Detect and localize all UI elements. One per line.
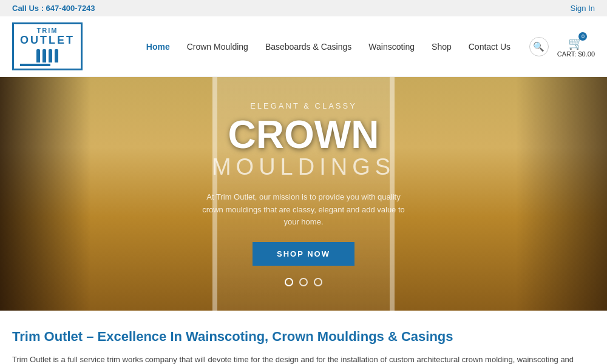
- top-bar: Call Us : 647-400-7243 Sign In: [0, 0, 607, 16]
- pillar-base: [20, 64, 50, 66]
- header-right: 🔍 🛒 0 CART: $0.00: [529, 36, 595, 58]
- cart-area[interactable]: 🛒 0 CART: $0.00: [557, 36, 595, 58]
- pillar-3: [49, 49, 52, 62]
- cart-label: CART: $0.00: [557, 50, 595, 58]
- nav-home[interactable]: Home: [146, 42, 170, 52]
- shop-now-button[interactable]: SHOP NOW: [253, 242, 354, 266]
- pillar-1: [36, 49, 40, 62]
- hero-title-crown: CROWN: [228, 115, 379, 154]
- search-icon: 🔍: [533, 41, 544, 52]
- logo-outlet-text: OUTLET: [20, 34, 75, 47]
- nav-shop[interactable]: Shop: [432, 42, 452, 52]
- content-heading: Trim Outlet – Excellence In Wainscoting,…: [12, 329, 595, 345]
- logo-trim-text: TRIM: [20, 27, 75, 34]
- pillar-2: [42, 49, 46, 62]
- main-nav: Home Crown Moulding Baseboards & Casings…: [127, 42, 529, 52]
- nav-wainscoting[interactable]: Wainscoting: [368, 42, 415, 52]
- hero-banner: ELEGANT & CLASSY CROWN MOULDINGS At Trim…: [0, 77, 607, 311]
- cart-badge: 0: [578, 32, 587, 41]
- content-body: Trim Outlet is a full service trim works…: [12, 353, 595, 364]
- hero-subtitle: ELEGANT & CLASSY: [250, 101, 357, 110]
- hero-description: At Trim Outlet, our mission is to provid…: [200, 191, 407, 229]
- content-section: Trim Outlet – Excellence In Wainscoting,…: [0, 311, 607, 364]
- nav-contact[interactable]: Contact Us: [469, 42, 510, 52]
- nav-crown-moulding[interactable]: Crown Moulding: [187, 42, 248, 52]
- cart-icon-wrap: 🛒 0: [568, 36, 583, 50]
- logo-box: TRIM OUTLET: [12, 22, 83, 70]
- sign-in-link[interactable]: Sign In: [571, 4, 595, 13]
- hero-title-mouldings: MOULDINGS: [212, 154, 395, 180]
- slider-dot-2[interactable]: [299, 278, 308, 286]
- logo-area[interactable]: TRIM OUTLET: [12, 22, 127, 70]
- slider-dot-1[interactable]: [285, 278, 293, 286]
- logo-pillars: [20, 49, 75, 62]
- search-button[interactable]: 🔍: [529, 37, 549, 56]
- slider-dot-3[interactable]: [314, 278, 322, 286]
- slider-dots: [285, 278, 322, 286]
- phone-number: Call Us : 647-400-7243: [12, 4, 95, 13]
- hero-content: ELEGANT & CLASSY CROWN MOULDINGS At Trim…: [0, 77, 607, 311]
- nav-baseboards[interactable]: Baseboards & Casings: [265, 42, 351, 52]
- pillar-4: [55, 49, 58, 62]
- header: TRIM OUTLET Home Crown Moulding Baseboar…: [0, 16, 607, 77]
